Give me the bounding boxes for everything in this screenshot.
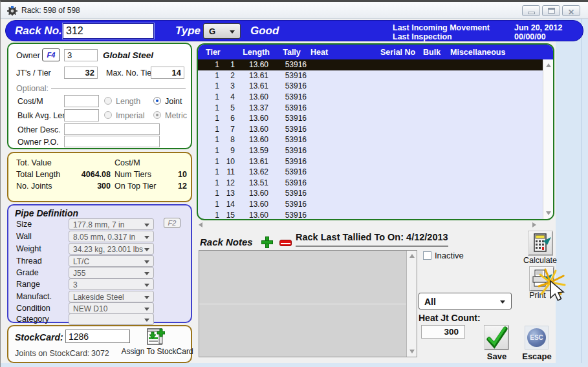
add-note-button[interactable]: [261, 236, 273, 248]
scroll-up-icon[interactable]: [409, 254, 415, 258]
table-row[interactable]: 1313.6153916: [198, 81, 543, 92]
table-cell: 8: [223, 135, 239, 144]
max-tier-label: Max. No. Tier: [106, 68, 154, 78]
escape-label[interactable]: Escape: [519, 351, 554, 361]
stockcard-input[interactable]: [65, 330, 130, 343]
assign-to-stockcard-button[interactable]: Assign To StockCard: [121, 347, 193, 356]
owner-f4-button[interactable]: F4: [42, 48, 60, 61]
table-cell: 13.59: [239, 146, 273, 155]
radio-dot: [156, 100, 158, 102]
weight-dropdown[interactable]: 34.23 kg, 23.001 lbs: [69, 243, 154, 255]
scroll-down-icon[interactable]: [409, 350, 415, 353]
manufacturer-dropdown[interactable]: Lakeside Steel: [69, 291, 154, 302]
delete-note-button[interactable]: [279, 240, 292, 246]
table-row[interactable]: 1913.5953916: [198, 145, 543, 156]
save-label[interactable]: Save: [483, 351, 511, 361]
maximize-icon: [548, 8, 555, 14]
table-cell: 1: [223, 60, 239, 69]
pipe-field-label: Category: [16, 315, 49, 324]
category-dropdown[interactable]: [69, 313, 154, 325]
table-cell: 13.60: [239, 92, 273, 101]
table-row[interactable]: 1713.6053916: [198, 124, 543, 135]
table-scroll-left-icon[interactable]: [199, 222, 202, 227]
window-right-margin: [556, 19, 588, 367]
table-cell: 13.60: [239, 135, 273, 144]
table-row[interactable]: 11013.6153916: [198, 156, 543, 167]
close-button[interactable]: ✕: [562, 5, 580, 16]
weight-value: 34.23 kg, 23.001 lbs: [73, 245, 143, 254]
checkmark-icon: [485, 326, 508, 349]
chevron-down-icon: [144, 319, 149, 322]
length-radio[interactable]: [104, 97, 112, 105]
chevron-down-icon: [500, 300, 505, 304]
rack-no-input[interactable]: [63, 23, 154, 39]
imperial-radio-label: Imperial: [116, 111, 144, 120]
total-length-value: 4064.08: [76, 170, 111, 179]
jts-tier-input[interactable]: [64, 67, 98, 79]
on-top-tier-label: On Top Tier: [114, 182, 156, 191]
table-row[interactable]: 11213.5153916: [198, 178, 543, 189]
close-icon: ✕: [568, 8, 574, 17]
table-row[interactable]: 1813.6053916: [198, 134, 543, 145]
type-dropdown[interactable]: G: [203, 23, 241, 39]
table-cell: 1: [198, 211, 223, 219]
minimize-button[interactable]: [522, 5, 540, 16]
rack-notes-textarea[interactable]: [199, 250, 417, 357]
max-tier-input[interactable]: [151, 67, 184, 79]
scroll-down-icon[interactable]: [546, 211, 551, 215]
rack-no-label: Rack No.: [15, 21, 62, 41]
chevron-down-icon: [144, 236, 149, 239]
table-row[interactable]: 11513.6053916: [198, 209, 543, 219]
range-dropdown[interactable]: 3: [69, 278, 154, 290]
condition-dropdown[interactable]: NEW D10: [69, 302, 154, 314]
table-row[interactable]: 1613.6053916: [198, 113, 543, 124]
cost-m-label: Cost/M: [17, 97, 43, 106]
filter-dropdown[interactable]: All: [419, 293, 512, 309]
other-desc-input[interactable]: [64, 123, 160, 135]
table-scrollbar[interactable]: [543, 59, 553, 219]
maximize-button[interactable]: [542, 5, 560, 16]
wall-dropdown[interactable]: 8.05 mm, 0.317 in: [69, 231, 154, 242]
type-label: Type: [175, 21, 201, 41]
metric-radio[interactable]: [153, 111, 161, 119]
table-row[interactable]: 11313.6053916: [198, 188, 543, 199]
calculate-button[interactable]: [528, 231, 552, 255]
title-bar[interactable]: Rack: 598 of 598 ✕: [1, 2, 588, 19]
notes-divider: [199, 304, 406, 304]
calculator-icon: [529, 232, 552, 255]
table-row[interactable]: 11413.6053916: [198, 199, 543, 210]
cost-m-input[interactable]: [64, 95, 99, 107]
table-scroll-right-icon[interactable]: [532, 222, 536, 227]
scroll-up-icon[interactable]: [546, 63, 551, 67]
table-row[interactable]: 11113.6253916: [198, 167, 543, 178]
table-cell: 6: [223, 114, 239, 123]
table-cell: 3: [223, 81, 239, 90]
save-button[interactable]: [485, 326, 508, 350]
table-row[interactable]: 1113.6053916: [198, 59, 543, 70]
table-row[interactable]: 1413.6053916: [198, 92, 543, 103]
pipe-field-label: Wall: [16, 232, 32, 241]
plus-icon: [261, 240, 273, 244]
table-cell: 1: [198, 71, 223, 80]
notes-scrollbar[interactable]: [406, 251, 417, 357]
table-row[interactable]: 1513.3753916: [198, 102, 543, 113]
grade-dropdown[interactable]: J55: [69, 267, 154, 278]
assign-to-stockcard-icon[interactable]: [146, 328, 165, 347]
owner-po-input[interactable]: [64, 136, 160, 147]
heat-jt-count-value: 300: [421, 325, 465, 339]
calculate-label[interactable]: Calculate: [521, 256, 559, 265]
heat-jt-count-label: Heat Jt Count:: [419, 313, 481, 323]
table-cell: 53916: [273, 157, 310, 166]
table-row[interactable]: 1213.6153916: [198, 70, 543, 81]
size-dropdown[interactable]: 177.8 mm, 7 in: [69, 218, 154, 230]
bulk-avg-input[interactable]: [64, 109, 99, 121]
escape-button[interactable]: ESC: [525, 326, 549, 350]
inactive-checkbox[interactable]: [423, 251, 431, 260]
owner-code-input[interactable]: [64, 49, 98, 61]
print-label[interactable]: Print: [523, 291, 552, 300]
thread-dropdown[interactable]: LT/C: [69, 255, 154, 267]
imperial-radio[interactable]: [104, 111, 112, 119]
print-button[interactable]: [530, 267, 554, 291]
table-cell: 53916: [273, 211, 310, 219]
joint-radio[interactable]: [153, 97, 161, 105]
